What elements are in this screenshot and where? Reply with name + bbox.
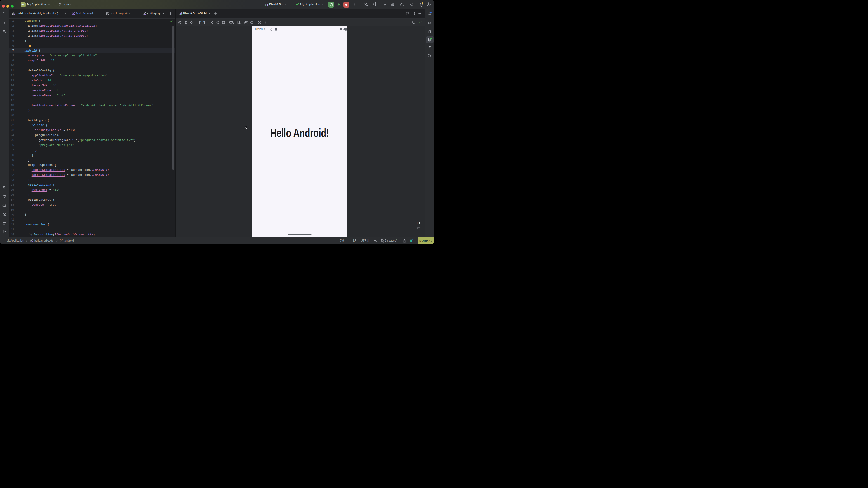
- svg-text:A: A: [275, 28, 277, 30]
